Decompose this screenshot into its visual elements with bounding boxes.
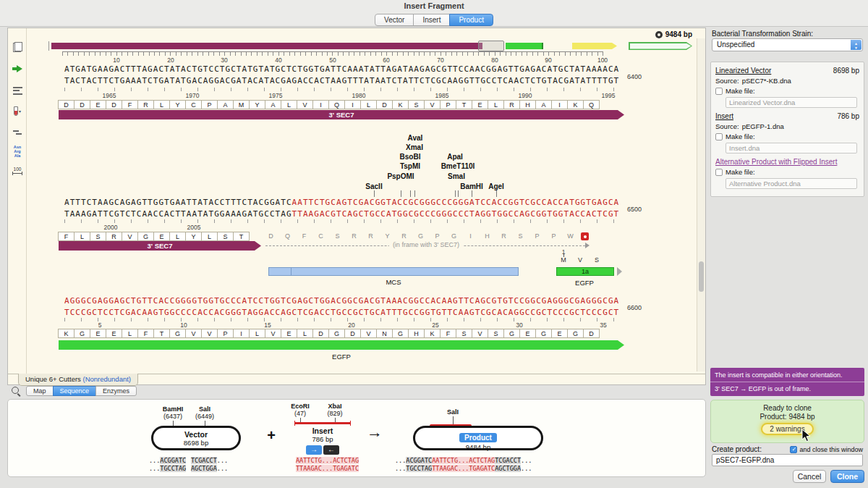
product-filename-input[interactable]: pSEC7-EGFP.dna: [712, 454, 863, 466]
enzyme-label[interactable]: XmaI: [406, 143, 423, 151]
cancel-button[interactable]: Cancel: [793, 470, 826, 483]
aa-letter: P: [545, 232, 562, 241]
enzyme-label[interactable]: BsoBI: [400, 153, 421, 161]
insert-reverse-button[interactable]: ←: [323, 445, 339, 455]
close-window-checkbox[interactable]: [790, 446, 797, 453]
alt-filename-input[interactable]: Alternative Product.dna: [726, 178, 857, 189]
aa-letter: G: [535, 329, 552, 338]
translation-icon[interactable]: Asn Arg Ala: [9, 143, 25, 160]
aa-letter: L: [360, 100, 377, 109]
enzyme-label[interactable]: PspOMI: [387, 172, 414, 180]
strain-select[interactable]: Unspecified ▲▼: [712, 38, 863, 51]
enzyme-label[interactable]: ApaI: [447, 153, 463, 161]
product-plasmid[interactable]: Product 9484 bp: [413, 426, 543, 450]
mcs-feature-bar[interactable]: [268, 267, 519, 276]
reading-frame-arrowhead: [585, 243, 590, 248]
enzyme-label[interactable]: SmaI: [448, 172, 465, 180]
enzyme-tube-icon[interactable]: ▾: [9, 102, 25, 119]
clone-button[interactable]: Clone: [830, 470, 864, 483]
aa-letter: R: [495, 232, 512, 241]
enzyme-label[interactable]: SacII: [365, 182, 382, 190]
minimap-numbers: 102030405060708090100: [8, 56, 705, 64]
ruler-numbers-2: 20002005: [8, 224, 705, 231]
alt-make-file-checkbox[interactable]: [715, 169, 723, 176]
vector-left-snippet: ...ACGGATC...TGCCTAG: [149, 457, 186, 473]
aa-letter: T: [456, 100, 472, 109]
minimap-viewport-slider[interactable]: [478, 41, 504, 51]
insert-forward-button[interactable]: →: [306, 445, 322, 455]
feature-sec7-bar-2[interactable]: 3' SEC7: [59, 241, 261, 251]
vector-filename-input[interactable]: Linearized Vector.dna: [726, 97, 857, 108]
insert-filename-input[interactable]: Insert.dna: [726, 143, 857, 153]
tab-insert[interactable]: Insert: [413, 14, 450, 26]
aa-letter: G: [446, 232, 462, 241]
aa-letter: Y: [249, 100, 265, 109]
aa-letter: G: [74, 329, 90, 338]
enzyme-label[interactable]: BamHI: [460, 182, 483, 190]
numbering-icon[interactable]: 100: [9, 161, 25, 179]
tab-vector[interactable]: Vector: [375, 14, 414, 26]
ruler-number: 1990: [519, 92, 532, 99]
blunt-ends-icon[interactable]: [9, 124, 25, 141]
scrollbar-thumb[interactable]: [699, 261, 704, 292]
ruler-number: 5: [98, 321, 102, 329]
egfp-exon-bar[interactable]: 1a: [556, 267, 614, 276]
minimap-outline-feature[interactable]: [629, 42, 692, 50]
minimap-yellow-feature[interactable]: [572, 43, 617, 49]
sequence-view-panel: 9484 bp ▾ Asn Arg Ala 100: [7, 28, 706, 385]
aa-letter: D: [74, 100, 90, 109]
aa-letter: S: [329, 232, 346, 241]
ruler-number: 90: [545, 56, 551, 64]
bottom-strand-1[interactable]: TACTACTTCTGAAATCTGATATGACAGGACGATACATACG…: [64, 76, 619, 85]
top-strand-2[interactable]: ATTTCTAAGCAGAGTTGGTGAATTATACCTTTCTACGGAT…: [64, 198, 619, 207]
bottom-strand-3[interactable]: TCCCGCTCCTCGACAAGTGGCCCCACCACGGGTAGGACCA…: [64, 308, 619, 317]
minimap-sec7-feature[interactable]: [51, 43, 482, 49]
vector-plasmid[interactable]: Vector 8698 bp: [151, 426, 241, 450]
create-product-row: Create product: and close this window: [712, 445, 863, 453]
cutters-tab[interactable]: Unique 6+ Cutters (Nonredundant): [18, 374, 138, 386]
vector-source: Source:pSEC7*-KB.dna: [715, 77, 859, 85]
ruler-number: 35: [600, 321, 606, 329]
view-tab-map[interactable]: Map: [26, 386, 54, 396]
gear-icon[interactable]: [655, 31, 663, 38]
ruler-numbers-3: 5101520253035: [8, 321, 705, 329]
aa-letter: D: [58, 100, 75, 109]
insert-make-file-checkbox[interactable]: [715, 133, 723, 140]
vertical-scrollbar[interactable]: [697, 38, 705, 371]
enzyme-label[interactable]: TspMI: [400, 162, 420, 170]
ruler-number: 10: [113, 56, 119, 64]
enzyme-label[interactable]: AvaI: [408, 134, 423, 142]
feature-egfp-bar[interactable]: [59, 340, 624, 350]
insert-site-xbai: XbaI(829): [327, 403, 342, 417]
aa-letter: E: [472, 100, 488, 109]
enzyme-label[interactable]: BmeT110I: [441, 162, 475, 170]
aa-letter: R: [396, 232, 412, 241]
insert-fragment-bar[interactable]: [294, 422, 351, 424]
aa-letter: S: [488, 329, 504, 338]
egfp-aa-s: S: [595, 256, 599, 264]
aa-letter: K: [424, 329, 441, 338]
vector-make-file-checkbox[interactable]: [715, 88, 723, 95]
close-window-label: and close this window: [799, 446, 863, 453]
zoom-icon[interactable]: [12, 387, 21, 396]
margin-number-6500: 6500: [627, 206, 642, 213]
tab-product[interactable]: Product: [449, 14, 493, 26]
enzyme-label[interactable]: AgeI: [488, 182, 504, 190]
view-tab-enzymes[interactable]: Enzymes: [95, 386, 137, 396]
copy-icon[interactable]: [9, 38, 25, 56]
ruler-numbers-1: 1965197019751980198519901995: [8, 92, 705, 99]
aa-letter: E: [106, 329, 122, 338]
aa-letter: R: [137, 100, 154, 109]
top-strand-3[interactable]: AGGGCGAGGAGCTGTTCACCGGGGTGGTGCCCATCCTGGT…: [64, 296, 619, 306]
dialog-title: Insert Fragment: [0, 0, 868, 12]
feature-sec7-bar-1[interactable]: 3' SEC7: [59, 110, 624, 119]
product-badge: Product: [459, 433, 497, 442]
ruler-number: 2000: [104, 224, 118, 231]
ruler-number: 100: [597, 56, 608, 64]
bottom-strand-2[interactable]: TAAAGATTCGTCTCAACCACTTAATATGGAAAGATGCCTA…: [64, 209, 619, 219]
top-strand-1[interactable]: ATGATGAAGACTTTAGACTATACTGTCCTGCTATGTATGC…: [64, 64, 619, 74]
site-line: [453, 416, 454, 424]
view-tab-sequence[interactable]: Sequence: [53, 386, 97, 396]
minimap-egfp-feature[interactable]: [506, 43, 543, 49]
mcs-label: MCS: [386, 278, 401, 286]
